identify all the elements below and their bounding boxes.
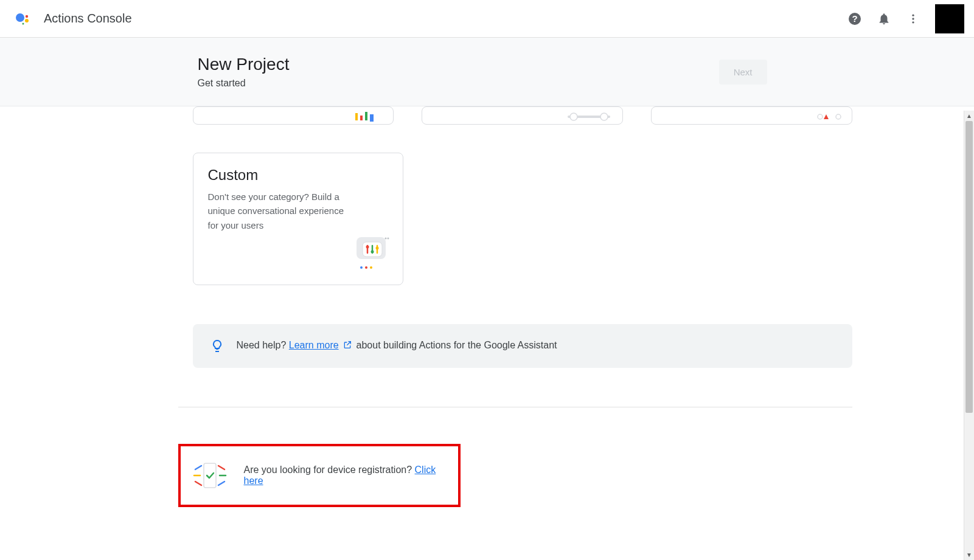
svg-line-33 [195, 482, 201, 485]
avatar[interactable] [935, 4, 964, 33]
svg-rect-37 [204, 463, 216, 488]
svg-point-8 [912, 21, 914, 23]
scroll-thumb[interactable] [965, 121, 973, 413]
svg-point-20 [387, 238, 389, 240]
category-card-custom[interactable]: Custom Don't see your category? Build a … [193, 153, 403, 285]
next-button[interactable]: Next [719, 60, 767, 85]
external-link-icon [343, 341, 355, 351]
category-card-stub[interactable] [651, 106, 852, 125]
topbar-icons: ? [847, 4, 964, 33]
svg-rect-9 [355, 113, 358, 120]
card-title: Custom [208, 167, 388, 184]
help-icon[interactable]: ? [847, 12, 862, 26]
app-title: Actions Console [44, 12, 132, 26]
svg-line-34 [218, 466, 224, 469]
svg-point-14 [570, 113, 577, 120]
learn-more-link[interactable]: Learn more [289, 340, 339, 350]
scroll-up-arrow-icon[interactable]: ▲ [964, 111, 974, 121]
device-registration-callout: Are you looking for device registration?… [178, 444, 461, 507]
svg-point-17 [836, 114, 841, 119]
svg-point-7 [912, 18, 914, 19]
page-subtitle: Get started [198, 78, 290, 89]
svg-point-23 [366, 246, 369, 249]
svg-line-31 [195, 466, 201, 469]
custom-card-icon [353, 236, 392, 275]
svg-point-29 [365, 266, 367, 269]
device-registration-icon [193, 461, 227, 490]
svg-text:?: ? [852, 13, 857, 24]
help-text: Need help? Learn more about building Act… [237, 340, 557, 352]
svg-point-25 [370, 251, 374, 254]
help-prefix: Need help? [237, 340, 289, 350]
device-registration-text: Are you looking for device registration?… [244, 465, 446, 486]
assistant-logo-icon[interactable] [15, 12, 29, 26]
svg-point-19 [384, 238, 386, 240]
main-content: Custom Don't see your category? Build a … [98, 106, 877, 556]
scrollbar[interactable]: ▲ ▼ [964, 111, 974, 556]
lightbulb-icon [210, 339, 224, 353]
logo-group: Actions Console [10, 12, 132, 26]
device-reg-prefix: Are you looking for device registration? [244, 465, 415, 475]
section-divider [178, 407, 852, 407]
svg-point-2 [25, 19, 29, 22]
svg-rect-12 [370, 114, 374, 122]
svg-point-1 [26, 15, 28, 17]
subheader: New Project Get started Next [0, 38, 974, 106]
card-row-stubs [193, 106, 852, 125]
card-row: Custom Don't see your category? Build a … [193, 153, 852, 285]
category-card-stub[interactable] [422, 106, 623, 125]
svg-point-30 [370, 266, 372, 269]
page-title: New Project [198, 55, 290, 74]
svg-line-36 [218, 482, 224, 485]
notifications-icon[interactable] [877, 12, 891, 26]
more-menu-icon[interactable] [906, 12, 920, 26]
svg-point-0 [16, 13, 24, 22]
card-description: Don't see your category? Build a unique … [208, 190, 354, 232]
topbar: Actions Console ? [0, 0, 974, 38]
svg-point-3 [23, 22, 24, 24]
scroll-down-arrow-icon[interactable]: ▼ [964, 550, 974, 556]
svg-point-6 [912, 14, 914, 16]
svg-point-27 [375, 247, 378, 250]
help-banner: Need help? Learn more about building Act… [193, 324, 852, 368]
svg-point-28 [360, 266, 363, 269]
category-card-stub[interactable] [193, 106, 394, 125]
svg-point-15 [600, 113, 608, 120]
svg-rect-11 [365, 112, 367, 120]
help-suffix: about building Actions for the Google As… [357, 340, 557, 350]
svg-point-16 [818, 114, 823, 119]
svg-rect-10 [360, 116, 363, 120]
